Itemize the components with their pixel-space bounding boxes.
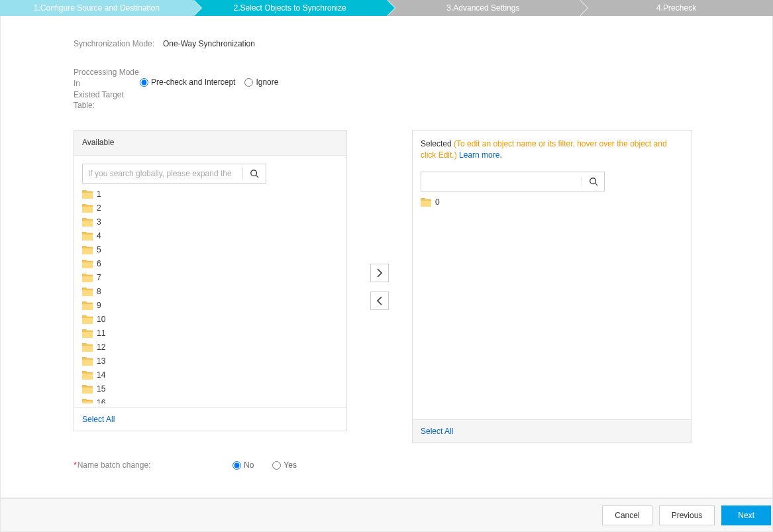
processing-mode-radios: Pre-check and InterceptIgnore <box>140 67 278 87</box>
folder-icon <box>82 246 93 254</box>
search-icon <box>589 177 598 186</box>
batch-option-yes[interactable]: Yes <box>272 460 297 470</box>
step-1[interactable]: 1.Configure Source and Destination <box>0 0 193 16</box>
tree-item[interactable]: 14 <box>81 368 340 382</box>
move-left-button[interactable] <box>370 292 389 310</box>
available-search-button[interactable] <box>243 169 266 178</box>
available-panel-body: 123456789101112131415161718 <box>74 156 346 407</box>
processing-mode-option-ignore[interactable]: Ignore <box>244 78 278 87</box>
tree-item[interactable]: 5 <box>81 243 340 257</box>
processing-mode-option-precheck[interactable]: Pre-check and Intercept <box>140 78 235 87</box>
selected-select-all-link[interactable]: Select All <box>421 427 453 436</box>
move-right-button[interactable] <box>370 264 389 282</box>
selected-hint: (To edit an object name or its filter, h… <box>421 139 667 160</box>
next-button[interactable]: Next <box>721 505 771 525</box>
folder-icon <box>82 385 93 394</box>
sync-mode-row: Synchronization Mode: One-Way Synchroniz… <box>74 39 706 48</box>
tree-item[interactable]: 13 <box>81 354 340 368</box>
tree-item-label: 8 <box>97 287 101 296</box>
tree-item[interactable]: 12 <box>81 341 340 354</box>
folder-icon <box>82 357 93 366</box>
batch-option-no[interactable]: No <box>232 460 254 470</box>
folder-icon <box>82 260 93 268</box>
tree-item[interactable]: 6 <box>81 257 340 271</box>
radio-label: No <box>244 460 254 470</box>
tree-item[interactable]: 0 <box>419 195 684 209</box>
name-batch-change-row: *Name batch change: NoYes <box>74 460 706 470</box>
radio-input[interactable] <box>272 461 281 470</box>
processing-mode-label-line2: Existed Target Table: <box>74 89 140 112</box>
selected-search <box>421 172 605 191</box>
transfer-buttons-column <box>347 130 412 443</box>
folder-icon <box>82 343 93 352</box>
svg-line-1 <box>256 176 259 178</box>
wizard-body: Synchronization Mode: One-Way Synchroniz… <box>0 16 773 498</box>
radio-input[interactable] <box>232 461 241 470</box>
folder-icon <box>82 301 93 310</box>
tree-item-label: 0 <box>435 197 440 207</box>
sync-mode-label: Synchronization Mode: <box>74 39 163 48</box>
tree-item-label: 10 <box>97 315 105 324</box>
required-asterisk: * <box>74 460 77 470</box>
tree-item-label: 2 <box>97 203 101 213</box>
available-panel-header: Available <box>74 131 346 156</box>
tree-item[interactable]: 1 <box>81 187 340 201</box>
available-search <box>82 164 266 184</box>
selected-search-button[interactable] <box>582 177 604 186</box>
sync-mode-value: One-Way Synchronization <box>163 39 255 48</box>
folder-icon <box>82 232 93 240</box>
tree-item-label: 7 <box>97 273 101 282</box>
folder-icon <box>421 198 431 207</box>
tree-item[interactable]: 16 <box>81 396 340 403</box>
learn-more-link[interactable]: Learn more <box>459 150 499 160</box>
selected-search-input[interactable] <box>421 172 582 191</box>
tree-item-label: 1 <box>97 189 101 199</box>
tree-item-label: 15 <box>97 384 105 394</box>
available-search-input[interactable] <box>83 164 242 183</box>
tree-item-label: 9 <box>97 301 101 310</box>
tree-item-label: 11 <box>97 329 105 338</box>
object-transfer: Available 123456789101112131415161718 Se… <box>74 130 706 443</box>
selected-tree[interactable]: 0 <box>419 195 684 415</box>
processing-mode-label: Proccessing Mode In Existed Target Table… <box>74 67 140 111</box>
folder-icon <box>82 329 93 338</box>
tree-item[interactable]: 2 <box>81 201 340 215</box>
tree-item[interactable]: 15 <box>81 382 340 396</box>
tree-item[interactable]: 7 <box>81 271 340 285</box>
selected-panel-body: 0 <box>413 164 691 419</box>
tree-item-label: 5 <box>97 245 101 254</box>
radio-input[interactable] <box>140 78 148 87</box>
available-tree[interactable]: 123456789101112131415161718 <box>81 187 340 403</box>
chevron-right-icon <box>376 268 383 278</box>
tree-item-label: 4 <box>97 231 101 240</box>
step-2[interactable]: 2.Select Objects to Synchronize <box>193 0 387 16</box>
cancel-button[interactable]: Cancel <box>602 505 652 525</box>
step-4[interactable]: 4.Precheck <box>580 0 773 16</box>
tree-item[interactable]: 10 <box>81 313 340 327</box>
radio-label: Ignore <box>256 78 278 87</box>
tree-item[interactable]: 8 <box>81 285 340 299</box>
tree-item-label: 12 <box>97 343 105 352</box>
folder-icon <box>82 288 93 296</box>
tree-item[interactable]: 11 <box>81 327 340 341</box>
selected-title: Selected <box>421 139 452 148</box>
processing-mode-label-line1: Proccessing Mode In <box>74 67 140 89</box>
name-batch-change-text: Name batch change: <box>77 460 151 470</box>
tree-item-label: 6 <box>97 259 101 268</box>
wizard-stepper: 1.Configure Source and Destination2.Sele… <box>0 0 773 16</box>
svg-point-2 <box>590 178 595 184</box>
step-3[interactable]: 3.Advanced Settings <box>387 0 580 16</box>
tree-item[interactable]: 3 <box>81 215 340 229</box>
available-select-all-link[interactable]: Select All <box>82 415 115 424</box>
available-title: Available <box>82 138 114 147</box>
learn-more-period: . <box>499 150 501 160</box>
folder-icon <box>82 315 93 324</box>
selected-panel-footer: Select All <box>413 419 691 443</box>
radio-input[interactable] <box>244 78 253 87</box>
svg-line-3 <box>595 183 597 186</box>
tree-item[interactable]: 4 <box>81 229 340 243</box>
previous-button[interactable]: Previous <box>659 505 715 525</box>
tree-item-label: 16 <box>97 398 105 403</box>
processing-mode-row: Proccessing Mode In Existed Target Table… <box>74 67 706 111</box>
tree-item[interactable]: 9 <box>81 299 340 313</box>
